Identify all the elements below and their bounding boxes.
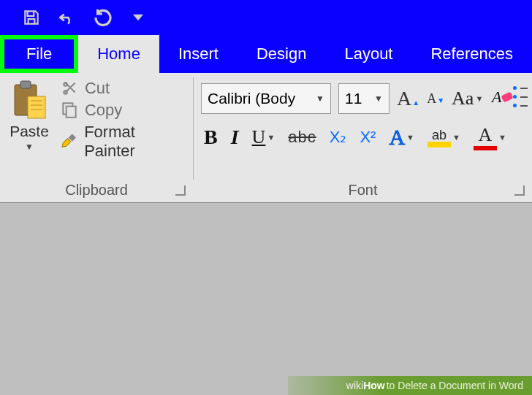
paintbrush-icon	[60, 132, 78, 151]
chevron-down-icon: ▼	[498, 133, 506, 142]
format-painter-button[interactable]: Format Painter	[60, 123, 187, 161]
font-color-swatch	[474, 146, 497, 150]
font-size-combo[interactable]: 11 ▼	[338, 83, 390, 114]
font-name-value: Calibri (Body	[208, 90, 295, 107]
chevron-down-icon: ▼	[374, 93, 383, 104]
chevron-down-icon: ▼	[452, 133, 460, 142]
subscript-button[interactable]: X₂	[330, 128, 347, 147]
ribbon-tabs: File Home Insert Design Layout Reference…	[0, 35, 532, 73]
bullets-button[interactable]	[513, 86, 528, 107]
paste-label: Paste	[10, 123, 49, 140]
clipboard-group-label: Clipboard	[0, 182, 193, 199]
svg-rect-10	[501, 92, 514, 103]
down-triangle-icon: ▼	[437, 96, 444, 104]
copy-icon	[60, 101, 79, 120]
copy-button[interactable]: Copy	[60, 101, 187, 120]
tab-insert[interactable]: Insert	[159, 35, 238, 73]
underline-button[interactable]: U▼	[252, 126, 276, 148]
text-effects-button[interactable]: A▼	[389, 125, 414, 150]
font-size-value: 11	[345, 90, 362, 107]
svg-rect-1	[20, 81, 31, 88]
save-icon[interactable]	[22, 8, 41, 27]
ribbon: Paste ▼ Cut Copy Format Painter Clipboar…	[0, 73, 532, 203]
font-name-combo[interactable]: Calibri (Body ▼	[201, 83, 331, 114]
file-tab-highlight: File	[0, 35, 78, 73]
eraser-icon: A	[490, 88, 514, 110]
chevron-down-icon: ▼	[267, 133, 275, 142]
highlight-color-swatch	[428, 142, 451, 147]
undo-icon[interactable]	[57, 8, 76, 27]
highlight-button[interactable]: ab ▼	[428, 128, 460, 147]
wikihow-caption: wikiHow to Delete a Document in Word	[288, 376, 532, 395]
document-area[interactable]	[0, 203, 532, 395]
up-triangle-icon: ▲	[412, 99, 419, 107]
tab-design[interactable]: Design	[238, 35, 325, 73]
italic-button[interactable]: I	[231, 126, 239, 149]
font-group-label: Font	[194, 182, 532, 199]
clipboard-paste-icon	[10, 79, 48, 121]
paste-button[interactable]: Paste ▼	[6, 79, 53, 161]
copy-label: Copy	[85, 101, 122, 120]
chevron-down-icon: ▼	[406, 133, 414, 142]
clipboard-launcher-icon[interactable]	[175, 185, 186, 196]
superscript-button[interactable]: X²	[360, 128, 376, 147]
bold-button[interactable]: B	[204, 126, 218, 149]
quick-access-toolbar	[0, 0, 532, 35]
tab-home[interactable]: Home	[78, 35, 159, 73]
cut-button[interactable]: Cut	[60, 79, 187, 98]
grow-font-button[interactable]: A▲	[397, 87, 419, 110]
tab-file[interactable]: File	[4, 39, 74, 69]
svg-rect-2	[28, 96, 45, 118]
font-group: Calibri (Body ▼ 11 ▼ A▲ A▼ Aa▼ A	[194, 73, 532, 203]
change-case-button[interactable]: Aa▼	[452, 88, 483, 110]
tab-layout[interactable]: Layout	[325, 35, 411, 73]
qat-more-icon[interactable]	[133, 12, 143, 23]
tab-references[interactable]: References	[411, 35, 532, 73]
cut-label: Cut	[85, 79, 110, 98]
chevron-down-icon: ▼	[475, 94, 483, 103]
clear-formatting-button[interactable]: A	[490, 88, 514, 110]
clipboard-group: Paste ▼ Cut Copy Format Painter Clipboar…	[0, 73, 193, 203]
chevron-down-icon: ▼	[316, 93, 324, 104]
redo-icon[interactable]	[92, 7, 114, 28]
font-color-button[interactable]: A ▼	[474, 124, 506, 150]
scissors-icon	[60, 79, 79, 98]
paste-dropdown-icon[interactable]: ▼	[25, 142, 34, 152]
svg-rect-7	[66, 107, 76, 118]
shrink-font-button[interactable]: A▼	[427, 91, 444, 107]
format-painter-label: Format Painter	[84, 123, 187, 161]
font-launcher-icon[interactable]	[514, 185, 525, 196]
svg-text:A: A	[490, 88, 502, 106]
strikethrough-button[interactable]: abc	[288, 128, 316, 147]
